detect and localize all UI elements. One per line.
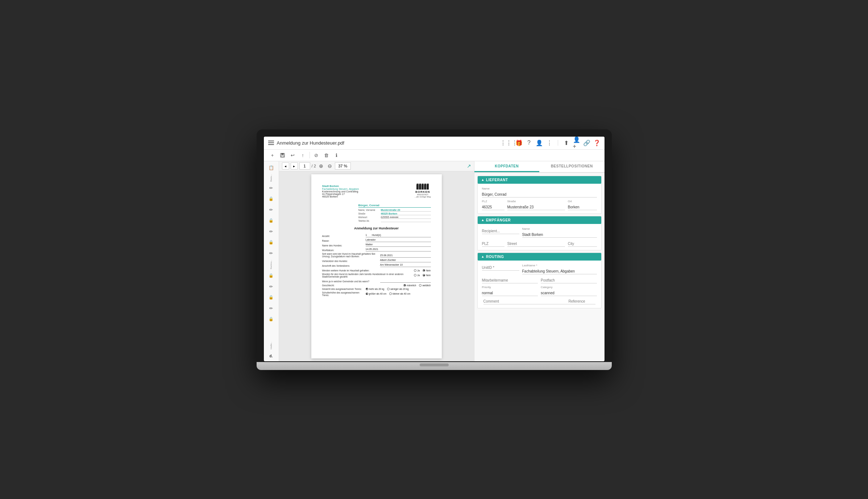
sidebar-item-11[interactable]: ✏ — [265, 303, 277, 313]
empfaenger-city-input[interactable] — [568, 241, 597, 247]
toolbar-sep — [310, 152, 310, 158]
sidebar-item-5[interactable]: ✏ — [265, 226, 277, 237]
sidebar-item-12[interactable]: 🔒 — [265, 314, 277, 324]
radio-groesser40: größer als 40 cm — [366, 292, 387, 295]
gift-icon[interactable]: 🎁 — [516, 140, 522, 146]
cloud-upload-icon[interactable]: ⬆ — [563, 140, 570, 146]
pdf-schulter: Schulterhöhe des ausgewachsenen Tieres: … — [322, 291, 431, 296]
sidebar-item-d[interactable]: d. — [265, 351, 277, 361]
help-circle-icon[interactable]: ? — [526, 140, 532, 146]
routing-lastname-input[interactable] — [522, 269, 597, 274]
main-content: 📋 Bestu... ✏ 🔒 ✏ 🔒 — [264, 161, 605, 361]
sidebar-item-2[interactable]: 🔒 — [265, 194, 277, 204]
user-icon[interactable]: 👤 — [536, 140, 543, 146]
sidebar-item-3[interactable]: ✏ — [265, 205, 277, 215]
svg-rect-1 — [281, 153, 284, 155]
sidebar-item-1[interactable]: ✏ — [265, 183, 277, 193]
pdf-form-row-ansch: Anschrift des Vorbesitzers: Am Wiesenack… — [322, 263, 431, 267]
routing-reference-input[interactable] — [566, 299, 595, 304]
document-title: Anmeldung zur Hundesteuer.pdf — [277, 140, 344, 146]
routing-comment-ref-row — [481, 297, 598, 306]
empfaenger-name-input[interactable] — [522, 232, 597, 238]
pdf-form-title: Anmeldung zur Hundesteuer — [322, 226, 431, 230]
empfaenger-recipient-input[interactable] — [482, 228, 519, 234]
person-add-icon[interactable]: 👤+ — [573, 140, 580, 146]
menu-icon[interactable] — [268, 141, 274, 145]
routing-priority-select[interactable]: normal high low — [482, 290, 538, 296]
routing-mitarbeiter-input[interactable] — [482, 278, 538, 283]
link-icon[interactable]: 🔗 — [583, 140, 590, 146]
routing-row3: Priority normal high low Category — [481, 284, 598, 297]
lieferant-ort-input[interactable] — [568, 204, 597, 210]
empfaenger-street-input[interactable] — [507, 241, 565, 247]
routing-mitarbeiter-field — [481, 275, 540, 284]
pdf-toolbar: ◂ ▸ / 2 ⊕ ⊖ ↗ — [279, 161, 474, 171]
empfaenger-plz-input[interactable] — [482, 241, 504, 247]
sidebar-item-9[interactable]: ✏ — [265, 282, 277, 292]
add-button[interactable]: + — [268, 151, 277, 159]
pdf-logo: BORKEN KREISSTADT ...der richtige Weg — [415, 184, 431, 198]
grid-icon[interactable]: ⋮⋮⋮ — [506, 140, 512, 146]
routing-category-field: Category scanned manual email — [539, 284, 598, 297]
empfaenger-header: ▲ EMPFÄNGER — [478, 216, 601, 224]
sidebar-label-rechnu: Rechnu... — [270, 259, 272, 270]
recipient-name: Bürger, Conrad — [358, 204, 431, 208]
routing-chevron: ▲ — [481, 255, 485, 258]
empfaenger-title: EMPFÄNGER — [486, 218, 511, 222]
routing-unitid-input[interactable] — [482, 265, 519, 271]
sidebar-item-8[interactable]: 🔒 — [265, 271, 277, 281]
lieferant-ort-field: Ort — [566, 199, 598, 211]
lieferant-strasse-input[interactable] — [507, 204, 565, 210]
more-vertical-icon[interactable]: ⋮ — [546, 140, 553, 146]
lieferant-title: LIEFERANT — [486, 178, 508, 182]
radio-kleiner40: kleiner als 40 cm — [389, 292, 410, 295]
empfaenger-name-field: Name — [521, 226, 598, 239]
pdf-form-row-wurf: Wurfdatum: 14.05.2021 — [322, 248, 431, 251]
pdf-viewer: ◂ ▸ / 2 ⊕ ⊖ ↗ — [279, 161, 474, 361]
radio-ja-1: Ja — [414, 274, 420, 276]
info-button[interactable]: ℹ — [332, 151, 341, 159]
empfaenger-recipient-field — [481, 226, 521, 239]
routing-comment-input[interactable] — [483, 299, 566, 304]
help2-icon[interactable]: ❓ — [594, 140, 600, 146]
sidebar-item-4[interactable]: 🔒 — [265, 216, 277, 226]
empfaenger-fields: Name — [478, 224, 601, 250]
sidebar-item-0[interactable]: 📋 — [265, 163, 277, 173]
toolbar: + ↩ ↑ ⊘ 🗑 ℹ — [264, 150, 605, 161]
lieferant-plz-input[interactable] — [482, 204, 504, 210]
laptop-frame: Anmeldung zur Hundesteuer.pdf ⋮⋮⋮ 🎁 ? 👤 … — [257, 129, 612, 370]
pdf-zoom-input[interactable] — [335, 162, 351, 170]
empfaenger-city-field — [566, 239, 598, 248]
recipient-field-name: Name, Vorname Musterstraße 23 — [358, 209, 431, 212]
routing-postfach-input[interactable] — [541, 278, 597, 283]
pdf-zoom-in-btn[interactable]: ⊕ — [317, 162, 325, 170]
pdf-prev-btn[interactable]: ◂ — [282, 162, 289, 170]
routing-fields: LastName * — [478, 261, 601, 308]
undo-button[interactable]: ↩ — [288, 151, 297, 159]
lieferant-name-input[interactable] — [482, 192, 597, 197]
logo-tagline: ...der richtige Weg — [415, 196, 431, 198]
sidebar-item-7[interactable]: ✏ — [265, 248, 277, 258]
routing-row2 — [481, 275, 598, 284]
pdf-form-row-wenn: Wenn ja in welcher Gemeinde und bis wann… — [322, 279, 431, 283]
routing-category-select[interactable]: scanned manual email — [541, 290, 597, 296]
pdf-zoom-out-btn[interactable]: ⊖ — [326, 162, 333, 170]
radio-mehr20: mehr als 20 kg — [366, 288, 385, 290]
tab-kopfdaten[interactable]: KOPFDATEN — [474, 161, 540, 172]
pdf-header: Stadt Borken Fachabteilung Steuern, Abga… — [322, 184, 431, 198]
sidebar-item-10[interactable]: 🔒 — [265, 292, 277, 303]
pdf-next-btn[interactable]: ▸ — [291, 162, 298, 170]
lieferant-strasse-label: Straße — [507, 200, 565, 203]
save-button[interactable] — [278, 151, 287, 159]
delete-button[interactable]: 🗑 — [322, 151, 331, 159]
sidebar-item-6[interactable]: 🔒 — [265, 237, 277, 248]
filter-button[interactable]: ⊘ — [312, 151, 321, 159]
right-panel-body: ▲ LIEFERANT Name PLZ — [474, 173, 605, 311]
tab-bestellpositionen[interactable]: BESTELLPOSITIONEN — [539, 161, 605, 172]
radio-ja-0: Ja — [414, 269, 420, 272]
external-link-icon[interactable]: ↗ — [467, 163, 471, 169]
pdf-page-total: / 2 — [312, 164, 316, 168]
pdf-page-input[interactable] — [299, 162, 310, 170]
upload-button[interactable]: ↑ — [299, 151, 307, 159]
recipient-field-telefon: Telefon-Nr. — [358, 220, 431, 222]
